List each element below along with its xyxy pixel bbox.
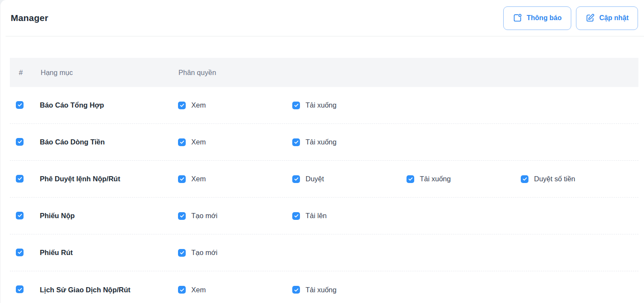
column-header-index: # [19,69,41,77]
row-checkbox[interactable] [16,101,24,109]
header-actions: Thông báo Cập nhật [503,6,638,30]
column-header-permissions: Phân quyền [178,69,638,77]
table-row: Báo Cáo Dòng Tiền Xem Tải xuống [10,124,638,161]
permission-label: Tải xuống [420,175,451,183]
column-header-category: Hạng mục [41,69,178,77]
row-checkbox[interactable] [16,175,24,183]
permission-item: Duyệt [292,175,407,183]
permission-item: Duyệt số tiền [521,175,635,183]
permission-checkbox[interactable] [178,286,186,294]
row-checkbox[interactable] [16,285,24,293]
row-label: Báo Cáo Tổng Hợp [40,101,178,109]
row-checkbox-cell [16,212,40,220]
permission-label: Tải xuống [306,138,336,146]
permission-label: Xem [191,101,206,109]
table-row: Báo Cáo Tổng Hợp Xem Tải xuống [10,87,638,124]
row-checkbox-cell [16,101,40,110]
page-header: Manager Thông báo Cập nhật [0,0,644,36]
permission-item: Xem [178,175,292,183]
permission-label: Tạo mới [191,249,217,257]
permission-item: Tải xuống [292,286,407,294]
row-label: Lịch Sử Giao Dịch Nộp/Rút [40,286,178,294]
permission-label: Tải xuống [306,101,336,109]
permission-label: Xem [191,286,206,294]
edit-icon [585,13,595,23]
permission-checkbox[interactable] [407,175,414,183]
permission-checkbox[interactable] [178,212,186,220]
table-header-row: # Hạng mục Phân quyền [10,58,638,87]
permission-label: Duyệt số tiền [534,175,575,183]
permission-label: Tải xuống [306,286,336,294]
row-label: Phiếu Rút [40,249,178,257]
permission-checkbox[interactable] [292,212,300,220]
update-button-label: Cập nhật [599,14,629,22]
row-checkbox-cell [16,138,40,147]
permission-item: Tải xuống [292,101,407,109]
permission-checkbox[interactable] [178,138,186,146]
permission-item: Xem [178,286,292,294]
permission-checkbox[interactable] [178,175,186,183]
notify-button-label: Thông báo [527,14,562,22]
permission-item: Tải lên [292,212,407,220]
permissions-table: # Hạng mục Phân quyền Báo Cáo Tổng Hợp X… [10,58,638,303]
permission-item: Xem [178,138,292,146]
row-label: Báo Cáo Dòng Tiền [40,138,178,146]
row-checkbox[interactable] [16,249,24,256]
page-title: Manager [11,13,48,23]
update-button[interactable]: Cập nhật [576,6,638,30]
table-row: Lịch Sử Giao Dịch Nộp/Rút Xem Tải xuống [10,271,638,303]
table-row: Phê Duyệt lệnh Nộp/Rút Xem Duyệt Tải xuố… [10,161,638,198]
header-divider [6,36,644,36]
permission-checkbox[interactable] [521,175,528,183]
row-checkbox[interactable] [16,212,24,219]
permission-checkbox[interactable] [292,138,300,146]
permission-checkbox[interactable] [292,102,300,109]
permission-item: Tải xuống [292,138,407,146]
permission-label: Xem [191,175,206,183]
row-checkbox-cell [16,249,40,257]
notify-button[interactable]: Thông báo [503,6,571,30]
row-label: Phiếu Nộp [40,212,178,220]
permission-checkbox[interactable] [178,249,186,257]
permission-item: Tạo mới [178,212,292,220]
permission-label: Tải lên [306,212,327,220]
permission-label: Xem [191,138,206,146]
permission-item: Xem [178,101,292,109]
row-checkbox-cell [16,285,40,294]
permission-checkbox[interactable] [292,175,300,183]
manager-permissions-panel: Manager Thông báo Cập nhật [0,0,644,303]
permission-label: Duyệt [306,175,324,183]
permission-label: Tạo mới [191,212,217,220]
table-row: Phiếu Rút Tạo mới [10,234,638,271]
row-label: Phê Duyệt lệnh Nộp/Rút [40,175,178,183]
table-body: Báo Cáo Tổng Hợp Xem Tải xuống Báo Cáo D… [10,87,638,303]
row-checkbox[interactable] [16,138,24,146]
table-row: Phiếu Nộp Tạo mới Tải lên [10,198,638,234]
permission-item: Tải xuống [407,175,521,183]
permission-checkbox[interactable] [178,102,186,109]
row-checkbox-cell [16,175,40,183]
notification-icon [513,13,522,23]
permission-item: Tạo mới [178,249,292,257]
permission-checkbox[interactable] [292,286,300,294]
